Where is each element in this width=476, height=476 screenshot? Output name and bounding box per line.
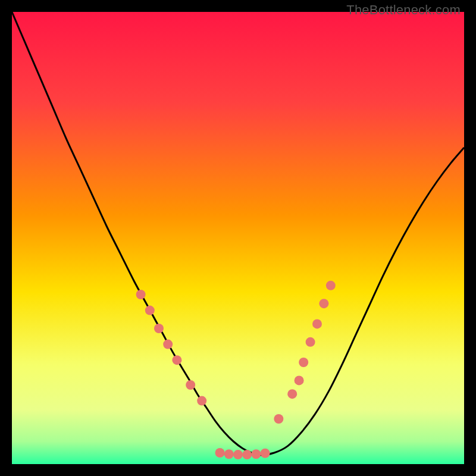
data-marker bbox=[136, 290, 146, 299]
data-marker bbox=[261, 449, 270, 458]
data-marker bbox=[319, 299, 328, 308]
data-marker bbox=[163, 340, 173, 349]
data-marker bbox=[145, 306, 155, 315]
data-marker bbox=[295, 375, 304, 385]
data-marker bbox=[172, 355, 181, 365]
data-marker bbox=[306, 337, 315, 347]
data-marker bbox=[312, 319, 322, 328]
data-marker bbox=[326, 281, 336, 290]
data-marker bbox=[242, 450, 252, 459]
data-marker bbox=[186, 380, 195, 390]
data-marker bbox=[154, 324, 164, 333]
data-marker bbox=[197, 396, 206, 406]
data-marker bbox=[274, 414, 283, 424]
data-marker bbox=[224, 449, 234, 459]
data-marker bbox=[251, 449, 261, 459]
gradient-background bbox=[12, 12, 464, 464]
watermark-text: TheBottleneck.com bbox=[346, 2, 461, 18]
bottleneck-chart bbox=[12, 12, 464, 464]
data-marker bbox=[287, 389, 297, 399]
data-marker bbox=[233, 450, 243, 459]
chart-frame bbox=[12, 12, 464, 464]
data-marker bbox=[299, 358, 308, 367]
data-marker bbox=[215, 448, 225, 458]
